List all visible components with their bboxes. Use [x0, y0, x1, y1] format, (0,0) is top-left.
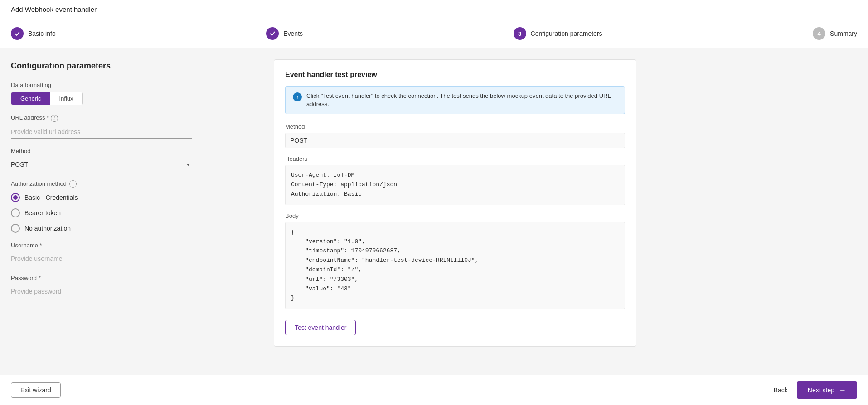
- method-select[interactable]: POST GET PUT PATCH DELETE: [11, 158, 192, 171]
- step-label-basic-info: Basic info: [28, 30, 56, 37]
- info-banner: i Click "Test event handler" to check th…: [285, 86, 625, 114]
- top-bar: Add Webhook event handler: [0, 0, 868, 19]
- step-basic-info: Basic info: [11, 27, 71, 40]
- method-label: Method: [11, 148, 252, 154]
- headers-preview-value: User-Agent: IoT-DM Content-Type: applica…: [285, 165, 625, 205]
- main-content: Configuration parameters Data formatting…: [0, 48, 868, 375]
- auth-bearer-label: Bearer token: [24, 209, 61, 217]
- right-panel: Event handler test preview i Click "Test…: [263, 48, 868, 375]
- data-formatting-label: Data formatting: [11, 82, 252, 88]
- auth-radio-group: Basic - Credentials Bearer token No auth…: [11, 193, 252, 233]
- radio-basic-circle: [11, 193, 20, 202]
- password-label: Password *: [11, 275, 252, 281]
- username-input[interactable]: [11, 252, 192, 265]
- preview-card: Event handler test preview i Click "Test…: [274, 59, 636, 347]
- info-banner-text: Click "Test event handler" to check the …: [306, 92, 617, 108]
- preview-title: Event handler test preview: [285, 71, 625, 79]
- toggle-generic[interactable]: Generic: [11, 92, 50, 105]
- step-summary: 4 Summary: [813, 27, 857, 40]
- left-panel: Configuration parameters Data formatting…: [0, 48, 263, 375]
- step-icon-events: [266, 27, 279, 40]
- step-number-configuration: 3: [518, 30, 521, 37]
- exit-wizard-button[interactable]: Exit wizard: [11, 382, 61, 398]
- step-icon-basic-info: [11, 27, 24, 40]
- section-title: Configuration parameters: [11, 61, 252, 71]
- stepper: Basic info Events 3 Configuration parame…: [0, 19, 868, 48]
- connector-2: [322, 34, 510, 34]
- step-icon-summary: 4: [813, 27, 825, 40]
- body-preview-value: { "version": "1.0", "timestamp": 1704979…: [285, 222, 625, 309]
- username-label: Username *: [11, 242, 252, 249]
- headers-preview-label: Headers: [285, 155, 625, 162]
- data-formatting-toggle: Generic Influx: [11, 92, 83, 105]
- auth-method-label: Authorization method i: [11, 180, 252, 188]
- step-label-summary: Summary: [830, 30, 857, 37]
- auth-basic-label: Basic - Credentials: [24, 194, 78, 201]
- connector-3: [621, 34, 810, 34]
- step-label-configuration: Configuration parameters: [531, 30, 602, 37]
- back-button[interactable]: Back: [774, 386, 788, 394]
- auth-none-label: No authorization: [24, 225, 71, 232]
- info-banner-icon: i: [293, 92, 302, 101]
- password-input[interactable]: [11, 285, 192, 298]
- bottom-bar: Exit wizard Back Next step →: [0, 375, 868, 405]
- method-select-wrapper: POST GET PUT PATCH DELETE: [11, 158, 192, 171]
- step-events: Events: [266, 27, 318, 40]
- body-preview-label: Body: [285, 212, 625, 219]
- toggle-influx[interactable]: Influx: [50, 92, 82, 105]
- step-label-events: Events: [283, 30, 303, 37]
- auth-option-basic[interactable]: Basic - Credentials: [11, 193, 252, 202]
- auth-option-bearer[interactable]: Bearer token: [11, 208, 252, 217]
- auth-section: Authorization method i Basic - Credentia…: [11, 180, 252, 233]
- step-icon-configuration: 3: [514, 27, 526, 40]
- connector-1: [75, 34, 263, 34]
- url-info-icon[interactable]: i: [51, 115, 58, 122]
- method-preview-value: POST: [285, 133, 625, 148]
- step-configuration: 3 Configuration parameters: [514, 27, 618, 40]
- url-address-label: URL address * i: [11, 114, 252, 122]
- radio-none-circle: [11, 224, 20, 233]
- test-event-handler-button[interactable]: Test event handler: [285, 320, 356, 335]
- auth-option-none[interactable]: No authorization: [11, 224, 252, 233]
- step-number-summary: 4: [817, 30, 820, 37]
- radio-bearer-circle: [11, 208, 20, 217]
- url-address-input[interactable]: [11, 125, 192, 139]
- next-arrow-icon: →: [839, 386, 846, 394]
- page-title: Add Webhook event handler: [11, 5, 97, 13]
- method-preview-label: Method: [285, 123, 625, 130]
- auth-info-icon[interactable]: i: [69, 180, 77, 188]
- bottom-right-actions: Back Next step →: [774, 381, 857, 399]
- next-step-button[interactable]: Next step →: [797, 381, 857, 399]
